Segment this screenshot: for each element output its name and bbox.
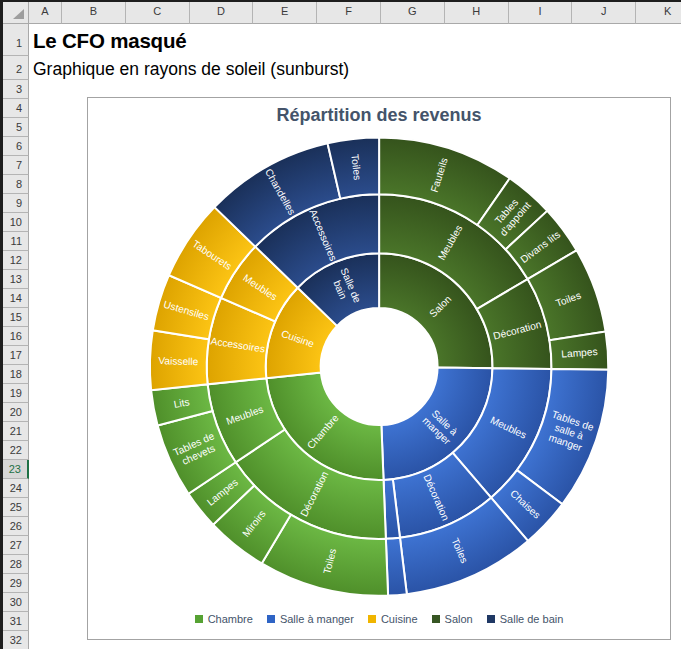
row-header-6[interactable]: 6	[3, 137, 29, 156]
row-header-9[interactable]: 9	[3, 194, 29, 213]
row-header-7[interactable]: 7	[3, 156, 29, 175]
column-header-i[interactable]: I	[509, 0, 573, 24]
window-left-edge	[0, 0, 3, 649]
row-header-19[interactable]: 19	[3, 384, 29, 403]
row-header-1[interactable]: 1	[3, 24, 29, 56]
column-header-j[interactable]: J	[572, 0, 636, 24]
row-header-20[interactable]: 20	[3, 403, 29, 422]
excel-window: ABCDEFGHIJK 1234567891011121314151617181…	[0, 0, 681, 649]
legend-item-4[interactable]: Salon	[432, 613, 473, 625]
legend-swatch-icon	[487, 615, 495, 623]
row-header-23[interactable]: 23	[3, 460, 29, 479]
column-header-f[interactable]: F	[317, 0, 381, 24]
select-all-button[interactable]	[3, 0, 29, 24]
legend-swatch-icon	[432, 615, 440, 623]
sunburst-svg: SalonMeublesFauteilsTablesd'appointDivan…	[88, 98, 670, 639]
row-header-4[interactable]: 4	[3, 99, 29, 118]
legend-item-3[interactable]: Cuisine	[368, 613, 418, 625]
cell-a1-text[interactable]: Le CFO masqué	[33, 29, 186, 53]
legend-swatch-icon	[267, 615, 275, 623]
legend-label: Salon	[445, 613, 473, 625]
column-header-g[interactable]: G	[381, 0, 445, 24]
row-header-13[interactable]: 13	[3, 270, 29, 289]
legend-label: Cuisine	[381, 613, 418, 625]
chart-title: Répartition des revenus	[277, 105, 482, 125]
sunburst-label: Vaisselle	[158, 355, 199, 367]
legend-swatch-icon	[368, 615, 376, 623]
row-header-3[interactable]: 3	[3, 80, 29, 99]
row-header-26[interactable]: 26	[3, 517, 29, 536]
row-header-25[interactable]: 25	[3, 498, 29, 517]
row-header-27[interactable]: 27	[3, 536, 29, 555]
row-header-31[interactable]: 31	[3, 612, 29, 631]
column-header-a[interactable]: A	[29, 0, 62, 24]
legend-label: Chambre	[208, 613, 253, 625]
select-all-triangle-icon	[13, 9, 24, 19]
row-header-17[interactable]: 17	[3, 346, 29, 365]
column-header-e[interactable]: E	[253, 0, 317, 24]
sunburst-chart[interactable]: SalonMeublesFauteilsTablesd'appointDivan…	[87, 97, 671, 640]
row-header-30[interactable]: 30	[3, 593, 29, 612]
column-headers: ABCDEFGHIJK	[29, 0, 681, 24]
column-header-d[interactable]: D	[190, 0, 254, 24]
row-header-28[interactable]: 28	[3, 555, 29, 574]
legend-swatch-icon	[195, 615, 203, 623]
window-top-edge	[0, 0, 681, 2]
column-header-c[interactable]: C	[126, 0, 190, 24]
row-header-2[interactable]: 2	[3, 56, 29, 80]
legend-label: Salle à manger	[280, 613, 354, 625]
column-header-h[interactable]: H	[445, 0, 509, 24]
row-header-29[interactable]: 29	[3, 574, 29, 593]
row-header-12[interactable]: 12	[3, 251, 29, 270]
legend-label: Salle de bain	[500, 613, 564, 625]
column-header-k[interactable]: K	[636, 0, 681, 24]
row-header-18[interactable]: 18	[3, 365, 29, 384]
row-header-15[interactable]: 15	[3, 308, 29, 327]
legend-item-2[interactable]: Salle à manger	[267, 613, 354, 625]
row-header-11[interactable]: 11	[3, 232, 29, 251]
row-header-14[interactable]: 14	[3, 289, 29, 308]
row-header-32[interactable]: 32	[3, 631, 29, 649]
cell-a2-text[interactable]: Graphique en rayons de soleil (sunburst)	[33, 59, 349, 80]
row-header-8[interactable]: 8	[3, 175, 29, 194]
row-header-10[interactable]: 10	[3, 213, 29, 232]
row-header-21[interactable]: 21	[3, 422, 29, 441]
legend-item-1[interactable]: Chambre	[195, 613, 253, 625]
row-header-24[interactable]: 24	[3, 479, 29, 498]
legend-item-5[interactable]: Salle de bain	[487, 613, 564, 625]
row-header-16[interactable]: 16	[3, 327, 29, 346]
column-header-b[interactable]: B	[62, 0, 126, 24]
chart-legend: ChambreSalle à mangerCuisineSalonSalle d…	[88, 613, 670, 625]
row-header-22[interactable]: 22	[3, 441, 29, 460]
row-header-5[interactable]: 5	[3, 118, 29, 137]
